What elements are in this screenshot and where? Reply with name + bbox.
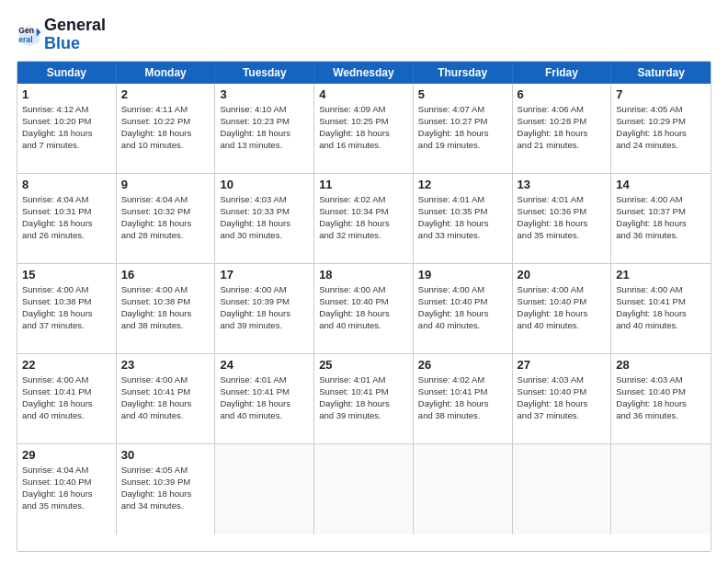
day-number: 10 — [220, 178, 309, 191]
calendar-day-20: 20Sunrise: 4:00 AM Sunset: 10:40 PM Dayl… — [513, 264, 612, 353]
calendar-week-3: 15Sunrise: 4:00 AM Sunset: 10:38 PM Dayl… — [17, 264, 711, 354]
day-number: 25 — [319, 358, 408, 372]
day-number: 21 — [616, 268, 706, 282]
calendar-day-26: 26Sunrise: 4:02 AM Sunset: 10:41 PM Dayl… — [414, 354, 513, 443]
logo-text: General Blue — [44, 17, 106, 53]
day-info: Sunrise: 4:00 AM Sunset: 10:40 PM Daylig… — [319, 283, 408, 332]
day-number: 8 — [22, 178, 111, 191]
day-number: 6 — [518, 87, 607, 101]
calendar-day-30: 30Sunrise: 4:05 AM Sunset: 10:39 PM Dayl… — [117, 444, 216, 534]
logo-icon: Gen eral — [17, 22, 42, 48]
day-info: Sunrise: 4:12 AM Sunset: 10:20 PM Daylig… — [22, 103, 111, 152]
calendar-day-22: 22Sunrise: 4:00 AM Sunset: 10:41 PM Dayl… — [17, 354, 117, 443]
day-info: Sunrise: 4:03 AM Sunset: 10:40 PM Daylig… — [518, 373, 607, 422]
calendar-week-5: 29Sunrise: 4:04 AM Sunset: 10:40 PM Dayl… — [17, 444, 711, 534]
calendar-day-18: 18Sunrise: 4:00 AM Sunset: 10:40 PM Dayl… — [314, 264, 414, 353]
day-number: 18 — [319, 268, 408, 282]
calendar-day-3: 3Sunrise: 4:10 AM Sunset: 10:23 PM Dayli… — [215, 84, 314, 173]
weekday-header-saturday: Saturday — [611, 62, 711, 84]
day-info: Sunrise: 4:00 AM Sunset: 10:40 PM Daylig… — [518, 283, 607, 332]
calendar: SundayMondayTuesdayWednesdayThursdayFrid… — [17, 61, 711, 552]
day-info: Sunrise: 4:00 AM Sunset: 10:41 PM Daylig… — [616, 283, 706, 332]
day-number: 1 — [22, 87, 111, 101]
calendar-day-16: 16Sunrise: 4:00 AM Sunset: 10:38 PM Dayl… — [117, 264, 216, 353]
calendar-day-14: 14Sunrise: 4:00 AM Sunset: 10:37 PM Dayl… — [611, 174, 711, 263]
day-number: 15 — [22, 268, 111, 282]
calendar-day-empty — [314, 444, 414, 534]
logo-blue: Blue — [44, 34, 80, 52]
logo-general: General — [44, 16, 106, 34]
day-number: 26 — [418, 358, 507, 372]
day-number: 17 — [220, 268, 309, 282]
calendar-day-17: 17Sunrise: 4:00 AM Sunset: 10:39 PM Dayl… — [215, 264, 314, 353]
day-info: Sunrise: 4:00 AM Sunset: 10:39 PM Daylig… — [220, 283, 309, 332]
calendar-day-8: 8Sunrise: 4:04 AM Sunset: 10:31 PM Dayli… — [17, 174, 117, 263]
calendar-day-6: 6Sunrise: 4:06 AM Sunset: 10:28 PM Dayli… — [513, 84, 612, 173]
day-info: Sunrise: 4:06 AM Sunset: 10:28 PM Daylig… — [518, 103, 607, 152]
calendar-header: SundayMondayTuesdayWednesdayThursdayFrid… — [17, 62, 711, 84]
calendar-day-empty — [611, 444, 711, 534]
calendar-day-24: 24Sunrise: 4:01 AM Sunset: 10:41 PM Dayl… — [215, 354, 314, 443]
calendar-day-15: 15Sunrise: 4:00 AM Sunset: 10:38 PM Dayl… — [17, 264, 117, 353]
calendar-day-empty — [414, 444, 513, 534]
calendar-day-29: 29Sunrise: 4:04 AM Sunset: 10:40 PM Dayl… — [17, 444, 117, 534]
day-number: 4 — [319, 87, 408, 101]
day-info: Sunrise: 4:00 AM Sunset: 10:41 PM Daylig… — [121, 373, 210, 422]
calendar-day-23: 23Sunrise: 4:00 AM Sunset: 10:41 PM Dayl… — [117, 354, 216, 443]
day-info: Sunrise: 4:01 AM Sunset: 10:35 PM Daylig… — [418, 193, 507, 242]
day-info: Sunrise: 4:05 AM Sunset: 10:29 PM Daylig… — [616, 103, 706, 152]
header: Gen eral General Blue — [17, 17, 711, 53]
page: Gen eral General Blue SundayMondayTuesda… — [0, 0, 728, 563]
day-number: 27 — [518, 358, 607, 372]
calendar-day-2: 2Sunrise: 4:11 AM Sunset: 10:22 PM Dayli… — [117, 84, 216, 173]
logo: Gen eral General Blue — [17, 17, 106, 53]
svg-text:Gen: Gen — [18, 26, 34, 35]
calendar-day-27: 27Sunrise: 4:03 AM Sunset: 10:40 PM Dayl… — [513, 354, 612, 443]
calendar-day-4: 4Sunrise: 4:09 AM Sunset: 10:25 PM Dayli… — [314, 84, 414, 173]
calendar-day-11: 11Sunrise: 4:02 AM Sunset: 10:34 PM Dayl… — [314, 174, 414, 263]
day-info: Sunrise: 4:02 AM Sunset: 10:41 PM Daylig… — [418, 373, 507, 422]
calendar-day-5: 5Sunrise: 4:07 AM Sunset: 10:27 PM Dayli… — [414, 84, 513, 173]
day-info: Sunrise: 4:10 AM Sunset: 10:23 PM Daylig… — [220, 103, 309, 152]
day-number: 14 — [616, 178, 706, 191]
day-number: 23 — [121, 358, 210, 372]
weekday-header-tuesday: Tuesday — [215, 62, 314, 84]
day-number: 3 — [220, 87, 309, 101]
calendar-day-7: 7Sunrise: 4:05 AM Sunset: 10:29 PM Dayli… — [611, 84, 711, 173]
day-number: 20 — [518, 268, 607, 282]
day-number: 13 — [518, 178, 607, 191]
calendar-day-empty — [513, 444, 612, 534]
weekday-header-monday: Monday — [117, 62, 216, 84]
calendar-day-21: 21Sunrise: 4:00 AM Sunset: 10:41 PM Dayl… — [611, 264, 711, 353]
day-info: Sunrise: 4:01 AM Sunset: 10:41 PM Daylig… — [319, 373, 408, 422]
calendar-day-empty — [215, 444, 314, 534]
calendar-week-1: 1Sunrise: 4:12 AM Sunset: 10:20 PM Dayli… — [17, 84, 711, 174]
day-info: Sunrise: 4:02 AM Sunset: 10:34 PM Daylig… — [319, 193, 408, 242]
calendar-day-12: 12Sunrise: 4:01 AM Sunset: 10:35 PM Dayl… — [414, 174, 513, 263]
day-number: 11 — [319, 178, 408, 191]
day-info: Sunrise: 4:05 AM Sunset: 10:39 PM Daylig… — [121, 464, 210, 512]
calendar-day-9: 9Sunrise: 4:04 AM Sunset: 10:32 PM Dayli… — [117, 174, 216, 263]
day-number: 2 — [121, 87, 210, 101]
day-number: 5 — [418, 87, 507, 101]
day-number: 22 — [22, 358, 111, 372]
day-info: Sunrise: 4:11 AM Sunset: 10:22 PM Daylig… — [121, 103, 210, 152]
day-number: 19 — [418, 268, 507, 282]
weekday-header-friday: Friday — [513, 62, 612, 84]
calendar-day-25: 25Sunrise: 4:01 AM Sunset: 10:41 PM Dayl… — [314, 354, 414, 443]
day-info: Sunrise: 4:04 AM Sunset: 10:31 PM Daylig… — [22, 193, 111, 242]
day-info: Sunrise: 4:04 AM Sunset: 10:40 PM Daylig… — [22, 464, 111, 512]
day-info: Sunrise: 4:00 AM Sunset: 10:40 PM Daylig… — [418, 283, 507, 332]
day-number: 7 — [616, 87, 706, 101]
day-info: Sunrise: 4:01 AM Sunset: 10:36 PM Daylig… — [518, 193, 607, 242]
day-number: 12 — [418, 178, 507, 191]
day-info: Sunrise: 4:00 AM Sunset: 10:41 PM Daylig… — [22, 373, 111, 422]
calendar-day-1: 1Sunrise: 4:12 AM Sunset: 10:20 PM Dayli… — [17, 84, 117, 173]
day-info: Sunrise: 4:01 AM Sunset: 10:41 PM Daylig… — [220, 373, 309, 422]
calendar-body: 1Sunrise: 4:12 AM Sunset: 10:20 PM Dayli… — [17, 84, 711, 534]
day-info: Sunrise: 4:09 AM Sunset: 10:25 PM Daylig… — [319, 103, 408, 152]
day-info: Sunrise: 4:00 AM Sunset: 10:38 PM Daylig… — [22, 283, 111, 332]
day-number: 28 — [616, 358, 706, 372]
weekday-header-wednesday: Wednesday — [314, 62, 414, 84]
svg-text:eral: eral — [18, 35, 32, 44]
